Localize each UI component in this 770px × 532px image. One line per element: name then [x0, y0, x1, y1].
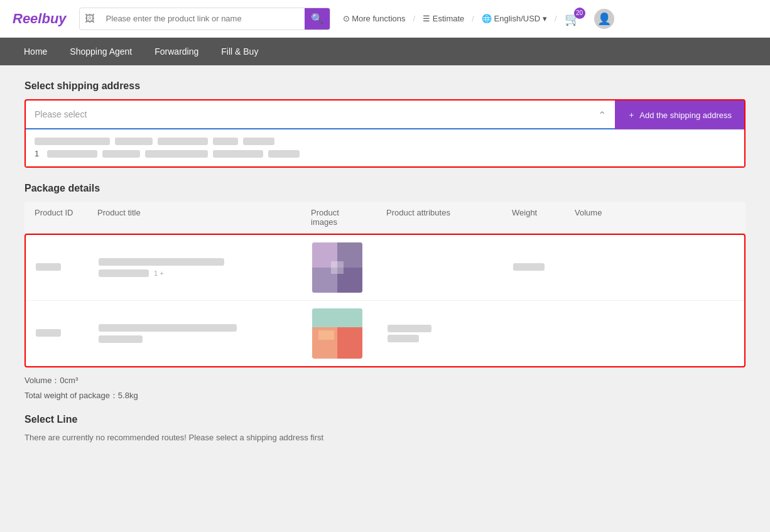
package-section-title: Package details: [24, 183, 746, 194]
address-row2-blur-4: [213, 150, 263, 158]
volume-info: Volume：0cm³: [24, 375, 746, 386]
header-nav: ⊙ More functions / ☰ Estimate / 🌐 Englis…: [343, 9, 614, 29]
nav-divider2: /: [472, 14, 474, 23]
table-header: Product ID Product title Product images …: [24, 202, 746, 234]
product-title-cell-1: 1 +: [89, 258, 302, 277]
address-dropdown: 1: [26, 129, 744, 166]
col-weight: Weight: [502, 208, 565, 227]
nav-divider3: /: [555, 14, 557, 23]
product-title-blur-2a: [99, 324, 237, 332]
svg-rect-10: [318, 330, 334, 340]
logo[interactable]: Reelbuy: [13, 11, 67, 27]
image-search-button[interactable]: 🖼: [80, 13, 100, 24]
address-blur-1: [35, 138, 110, 145]
address-number: 1: [35, 149, 42, 158]
estimate-btn[interactable]: ☰ Estimate: [423, 14, 464, 23]
address-row2-blur-1: [47, 150, 97, 158]
add-address-button[interactable]: ＋ Add the shipping address: [615, 100, 744, 129]
col-product-images: Product images: [301, 208, 376, 227]
add-icon: ＋: [627, 109, 636, 121]
shipping-row: Please select ⌃ ＋ Add the shipping addre…: [26, 100, 744, 129]
address-blur-5: [243, 138, 274, 145]
main-content: Select shipping address Please select ⌃ …: [14, 65, 756, 457]
col-product-title: Product title: [87, 208, 301, 227]
svg-rect-7: [312, 308, 362, 327]
product-title-cell-2: [89, 324, 302, 343]
product-weight-cell-1: [503, 263, 566, 273]
col-volume: Volume: [565, 208, 640, 227]
select-line-title: Select Line: [24, 414, 746, 425]
nav-shopping-agent[interactable]: Shopping Agent: [58, 38, 143, 65]
svg-rect-5: [331, 261, 344, 274]
nav-forwarding[interactable]: Forwarding: [143, 38, 210, 65]
product-image-cell-2: [302, 308, 377, 359]
product-id-blur-1: [36, 263, 61, 271]
shipping-address-box: Please select ⌃ ＋ Add the shipping addre…: [24, 99, 746, 168]
product-image-2: [312, 308, 362, 359]
package-table-box: 1 +: [24, 234, 746, 367]
address-blur-3: [158, 138, 208, 145]
cart-badge: 20: [574, 8, 585, 19]
address-row2-blur-5: [268, 150, 300, 158]
product-title-blur-2b: [99, 335, 143, 343]
select-line-section: Select Line There are currently no recom…: [24, 414, 746, 442]
product-id-blur-2: [36, 329, 61, 337]
address-select-wrapper: Please select ⌃: [26, 100, 615, 129]
col-product-id: Product ID: [24, 208, 87, 227]
search-bar: 🖼 🔍: [79, 8, 330, 30]
address-blur-4: [213, 138, 238, 145]
user-avatar[interactable]: 👤: [594, 9, 614, 29]
more-functions-btn[interactable]: ⊙ More functions: [343, 14, 406, 23]
package-details: Package details Product ID Product title…: [24, 183, 746, 401]
select-line-description: There are currently no recommended route…: [24, 433, 746, 442]
product-attr-blur-2b: [388, 335, 419, 342]
search-input[interactable]: [100, 14, 305, 23]
address-row2-blur-3: [145, 150, 208, 158]
header: Reelbuy 🖼 🔍 ⊙ More functions / ☰ Estimat…: [0, 0, 770, 38]
address-select-dropdown[interactable]: Please select: [26, 100, 615, 129]
product-id-cell-1: [26, 263, 89, 273]
shipping-section-title: Select shipping address: [24, 80, 746, 92]
product-title-blur-1a: [99, 258, 224, 266]
col-product-attributes: Product attributes: [376, 208, 502, 227]
product-attr-cell-2: [377, 325, 503, 342]
product-attr-blur-2a: [388, 325, 431, 332]
product-more-tag: 1 +: [154, 269, 164, 277]
navbar: Home Shopping Agent Forwarding Fill & Bu…: [0, 38, 770, 65]
address-item-row2: 1: [35, 149, 735, 158]
nav-divider1: /: [413, 14, 415, 23]
weight-info: Total weight of package：5.8kg: [24, 390, 746, 401]
table-row: 1 +: [26, 235, 744, 301]
address-item[interactable]: 1: [26, 130, 744, 166]
cart-icon[interactable]: 🛒 20: [565, 11, 580, 26]
table-row: [26, 301, 744, 366]
nav-fill-buy[interactable]: Fill & Buy: [210, 38, 269, 65]
add-address-label: Add the shipping address: [639, 111, 732, 120]
address-item-row1: [35, 138, 735, 145]
product-image-cell-1: [302, 242, 377, 293]
product-weight-blur-1: [513, 263, 545, 271]
logo-text: Reelbuy: [13, 11, 67, 26]
product-title-blur-1b: [99, 269, 149, 277]
address-row2-blur-2: [102, 150, 140, 158]
product-image-1: [312, 242, 362, 293]
language-btn[interactable]: 🌐 English/USD ▾: [482, 14, 547, 23]
address-blur-2: [115, 138, 153, 145]
product-id-cell-2: [26, 328, 89, 339]
nav-home[interactable]: Home: [13, 38, 58, 65]
search-button[interactable]: 🔍: [305, 8, 330, 30]
svg-rect-9: [337, 327, 362, 359]
